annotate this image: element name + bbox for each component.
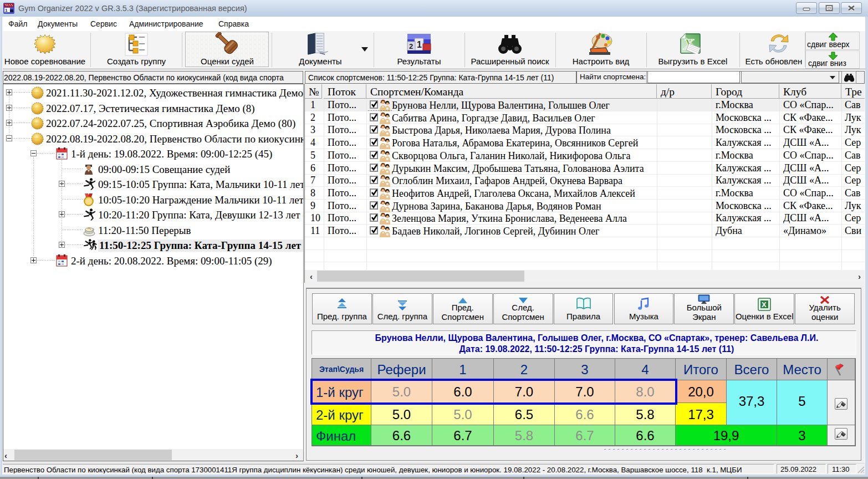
- svg-text:2: 2: [409, 42, 413, 50]
- svg-text:X: X: [762, 300, 767, 309]
- svg-text:1: 1: [5, 8, 8, 13]
- svg-text:1: 1: [417, 40, 422, 49]
